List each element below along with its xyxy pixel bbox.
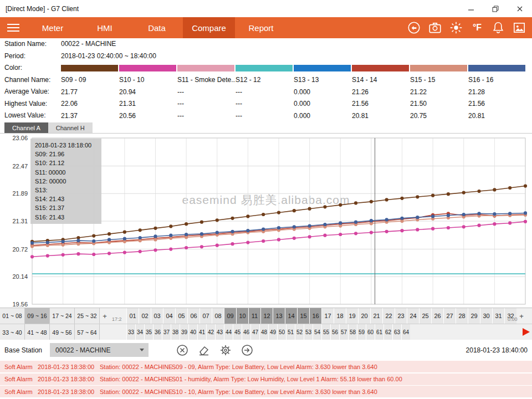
channel-number-54[interactable]: 54 (313, 324, 321, 340)
clear-icon[interactable] (175, 343, 190, 357)
menu-icon[interactable] (0, 17, 27, 38)
channel-number-41[interactable]: 41 (197, 324, 206, 340)
channel-number-08[interactable]: 08 (212, 308, 224, 324)
channel-number-09[interactable]: 09 (224, 308, 236, 324)
go-icon[interactable] (240, 343, 254, 357)
channel-number-59[interactable]: 59 (357, 324, 366, 340)
channel-number-36[interactable]: 36 (153, 324, 162, 340)
restore-button[interactable] (483, 0, 508, 17)
channel-group-button[interactable]: 33 ~ 40 (0, 324, 25, 340)
channel-number-48[interactable]: 48 (259, 324, 268, 340)
tab-channel-h[interactable]: Channel H (48, 122, 93, 133)
channel-number-22[interactable]: 22 (382, 308, 395, 324)
channel-number-29[interactable]: 29 (468, 308, 480, 324)
tab-meter[interactable]: Meter (27, 17, 79, 38)
channel-group-button[interactable]: 57 ~ 64 (75, 324, 100, 340)
channel-number-02[interactable]: 02 (139, 308, 151, 324)
channel-number-35[interactable]: 35 (144, 324, 153, 340)
channel-number-15[interactable]: 15 (297, 308, 309, 324)
tab-report[interactable]: Report (235, 17, 287, 38)
channel-number-55[interactable]: 55 (321, 324, 330, 340)
channel-number-10[interactable]: 10 (236, 308, 248, 324)
channel-number-16[interactable]: 16 (309, 308, 321, 324)
channel-group-button[interactable]: 09 ~ 16 (25, 308, 50, 324)
fahrenheit-icon[interactable]: °F (469, 19, 485, 36)
channel-number-20[interactable]: 20 (358, 308, 370, 324)
channel-tab-bar: Channel A Channel H (4, 122, 93, 133)
channel-number-11[interactable]: 11 (248, 308, 260, 324)
channel-number-28[interactable]: 28 (456, 308, 468, 324)
channel-number-45[interactable]: 45 (233, 324, 242, 340)
channel-number-30[interactable]: 30 (480, 308, 492, 324)
channel-number-24[interactable]: 24 (407, 308, 419, 324)
channel-number-05[interactable]: 05 (175, 308, 187, 324)
minimize-button[interactable] (459, 0, 483, 17)
channel-number-01[interactable]: 01 (126, 308, 139, 324)
expand-button-left[interactable]: + (100, 308, 110, 324)
tab-data[interactable]: Data (131, 17, 183, 38)
channel-number-38[interactable]: 38 (171, 324, 180, 340)
channel-number-60[interactable]: 60 (366, 324, 375, 340)
alarm-bell-icon[interactable] (490, 19, 507, 36)
channel-number-40[interactable]: 40 (188, 324, 197, 340)
erase-icon[interactable] (197, 343, 211, 357)
channel-group-button[interactable]: 17 ~ 24 (50, 308, 75, 324)
channel-number-18[interactable]: 18 (334, 308, 346, 324)
channel-number-39[interactable]: 39 (180, 324, 188, 340)
channel-number-42[interactable]: 42 (206, 324, 215, 340)
channel-group-button[interactable]: 01 ~ 08 (0, 308, 25, 324)
alarm-row[interactable]: Soft Alarm2018-01-23 18:38:00Station: 00… (0, 374, 532, 385)
tab-channel-a[interactable]: Channel A (4, 122, 48, 133)
settings-icon[interactable] (218, 343, 233, 357)
channel-number-31[interactable]: 31 (492, 308, 504, 324)
channel-number-52[interactable]: 52 (295, 324, 304, 340)
channel-number-04[interactable]: 04 (163, 308, 175, 324)
channel-number-49[interactable]: 49 (268, 324, 277, 340)
channel-number-21[interactable]: 21 (370, 308, 382, 324)
channel-number-03[interactable]: 03 (151, 308, 163, 324)
close-button[interactable] (508, 0, 532, 17)
channel-number-17[interactable]: 17 (321, 308, 334, 324)
channel-number-23[interactable]: 23 (395, 308, 407, 324)
channel-number-44[interactable]: 44 (224, 324, 233, 340)
channel-number-64[interactable]: 64 (401, 324, 410, 340)
channel-number-63[interactable]: 63 (392, 324, 401, 340)
channel-group-button[interactable]: 49 ~ 56 (50, 324, 75, 340)
channel-number-33[interactable]: 33 (126, 324, 135, 340)
channel-number-12[interactable]: 12 (260, 308, 273, 324)
alarm-row[interactable]: Soft Alarm2018-01-23 18:38:00Station: 00… (0, 386, 532, 397)
channel-number-19[interactable]: 19 (346, 308, 358, 324)
channel-number-07[interactable]: 07 (200, 308, 212, 324)
next-page-arrow[interactable] (523, 328, 530, 336)
brightness-icon[interactable] (448, 19, 464, 36)
channel-number-53[interactable]: 53 (304, 324, 313, 340)
channel-number-25[interactable]: 25 (419, 308, 431, 324)
channel-number-34[interactable]: 34 (135, 324, 144, 340)
channel-number-14[interactable]: 14 (285, 308, 297, 324)
channel-number-50[interactable]: 50 (277, 324, 286, 340)
alarm-row[interactable]: Soft Alarm2018-01-23 18:38:00Station: 00… (0, 361, 532, 372)
channel-number-43[interactable]: 43 (215, 324, 224, 340)
channel-number-47[interactable]: 47 (250, 324, 259, 340)
base-station-dropdown[interactable]: 00022 - MACHINE (50, 343, 149, 357)
channel-number-62[interactable]: 62 (383, 324, 392, 340)
channel-number-46[interactable]: 46 (242, 324, 250, 340)
expand-button-right[interactable]: + (516, 308, 526, 324)
channel-number-13[interactable]: 13 (273, 308, 285, 324)
channel-number-57[interactable]: 57 (339, 324, 348, 340)
channel-number-61[interactable]: 61 (375, 324, 383, 340)
channel-number-37[interactable]: 37 (162, 324, 171, 340)
channel-group-button[interactable]: 25 ~ 32 (75, 308, 100, 324)
channel-number-06[interactable]: 06 (187, 308, 200, 324)
tab-hmi[interactable]: HMI (79, 17, 131, 38)
channel-number-51[interactable]: 51 (286, 324, 295, 340)
tab-compare[interactable]: Compare (183, 17, 235, 38)
camera-icon[interactable] (427, 19, 443, 36)
snapshot-icon[interactable] (511, 19, 528, 36)
channel-number-56[interactable]: 56 (330, 324, 339, 340)
channel-number-26[interactable]: 26 (431, 308, 443, 324)
refresh-icon[interactable] (406, 19, 422, 36)
channel-number-27[interactable]: 27 (443, 308, 456, 324)
channel-group-button[interactable]: 41 ~ 48 (25, 324, 50, 340)
channel-number-58[interactable]: 58 (348, 324, 357, 340)
